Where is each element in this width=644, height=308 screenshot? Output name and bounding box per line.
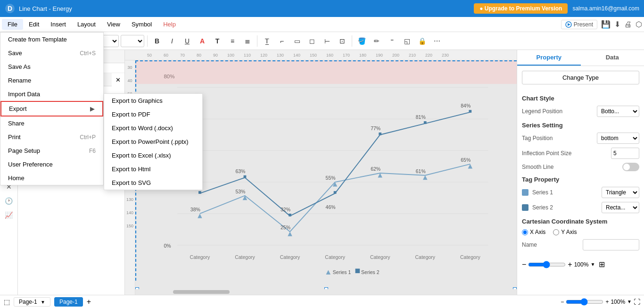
y-axis-radio[interactable]: Y Axis [553,229,577,235]
tag-property-title: Tag Property [522,176,639,183]
zoom-value-bar: 100% [611,299,625,305]
app-title: Line Chart - Energy [19,5,72,12]
highlight-area [135,60,517,84]
svg-marker-3 [568,23,570,26]
zoom-slider-bar[interactable] [566,298,603,306]
underline-btn[interactable]: U [181,34,194,48]
bold-btn[interactable]: B [150,34,164,48]
svg-text:84%: 84% [461,103,471,108]
smooth-line-toggle[interactable] [622,163,639,171]
app-logo: D [5,3,15,14]
fill-btn[interactable]: 🪣 [355,34,368,48]
export-excel[interactable]: Export to Excel (.xlsx) [104,149,202,162]
left-icon-history[interactable]: 🕐 [2,194,16,208]
inflection-size-input[interactable] [611,148,639,159]
page-tab-1-active[interactable]: Page-1 [54,297,83,307]
font-size-select[interactable] [121,35,144,47]
lock-btn[interactable]: 🔒 [415,34,429,48]
name-label: Name [522,241,537,248]
legend-position-row: Legend Position Botto... Top Left Right [522,106,639,117]
bottom-bar: ⬚ Page-1 ▼ Page-1 + − + 100% ▼ ⛶ [0,295,644,308]
file-menu-share[interactable]: Share [0,117,103,130]
connector-btn[interactable]: ⌐ [275,34,289,48]
tag-position-select[interactable]: bottom top center [597,133,639,144]
series2-shape-select[interactable]: Recta... Circle Triangle [602,202,639,213]
file-menu-print[interactable]: Print Ctrl+P [0,130,103,144]
menu-insert[interactable]: Insert [45,19,72,30]
italic-btn[interactable]: I [165,34,179,48]
x-axis-radio[interactable]: X Axis [522,229,545,235]
download-icon[interactable]: ⬇ [614,20,620,29]
present-btn[interactable]: Present [561,20,597,29]
zoom-dropdown[interactable]: ▼ [590,262,595,267]
more-btn[interactable]: ⋯ [430,34,444,48]
fit-btn[interactable]: ⊞ [599,260,605,269]
title-bar-right: ● Upgrade to Premium Version salma.amin1… [474,3,639,14]
zoom-plus-bar[interactable]: + [605,299,609,305]
series-setting-title: Series Setting [522,122,639,129]
menu-help[interactable]: Help [157,19,182,30]
export-pptx[interactable]: Export to PowerPoint (.pptx) [104,135,202,149]
zoom-plus[interactable]: + [568,260,572,269]
series1-shape-select[interactable]: Triangle Circle Square [602,187,639,198]
mask-btn[interactable]: ◱ [400,34,413,48]
file-menu-rename[interactable]: Rename [0,74,103,87]
export-html[interactable]: Export to Html [104,162,202,176]
file-menu-save-as[interactable]: Save As [0,60,103,74]
align-left-btn[interactable]: ≡ [226,34,239,48]
name-input[interactable] [583,239,639,250]
svg-rect-34 [198,191,201,194]
add-page-btn[interactable]: + [87,298,91,306]
tab-data[interactable]: Data [581,50,644,66]
menu-file[interactable]: File [2,19,23,30]
file-menu-export[interactable]: Export ▶ [0,101,103,117]
export-graphics[interactable]: Export to Graphics [104,94,202,108]
tab-property[interactable]: Property [517,50,581,66]
print-icon[interactable]: 🖨 [624,20,632,29]
legend-position-select[interactable]: Botto... Top Left Right [597,106,639,117]
change-type-button[interactable]: Change Type [522,71,639,84]
svg-marker-62 [326,270,331,275]
toggle-knob [623,164,630,170]
file-menu-import[interactable]: Import Data [0,87,103,101]
basic-shapes-close[interactable]: ✕ [112,75,124,85]
pen-btn[interactable]: ✏ [370,34,383,48]
export-word[interactable]: Export to Word (.docx) [104,121,202,135]
copy-style-btn[interactable]: ⊡ [336,34,349,48]
left-icon-linechart[interactable]: 📈 [2,208,16,222]
menu-layout[interactable]: Layout [72,19,101,30]
series1-label: Series 1 [532,189,598,196]
zoom-slider[interactable] [528,261,566,268]
menu-edit[interactable]: Edit [23,19,45,30]
align-justify-btn[interactable]: ≣ [241,34,254,48]
zoom-dropdown-bar[interactable]: ▼ [627,299,632,304]
zoom-row: − + 100% ▼ ⊞ [522,260,639,269]
save-icon[interactable]: 💾 [601,20,611,29]
file-menu-create-template[interactable]: Create from Template [0,33,103,46]
zoom-minus-bar[interactable]: − [561,299,564,305]
fullscreen-btn[interactable]: ⛶ [634,298,640,306]
font-color-btn[interactable]: A [196,34,209,48]
page-tab-dropdown[interactable]: ▼ [41,300,45,305]
file-menu-save[interactable]: Save Ctrl+S [0,46,103,60]
export-pdf[interactable]: Export to PDF [104,108,202,121]
zoom-minus[interactable]: − [522,260,526,269]
text-btn[interactable]: T [211,34,224,48]
line-style-btn[interactable]: ⁼ [385,34,398,48]
file-menu-user-pref[interactable]: User Preference [0,158,103,171]
export-svg[interactable]: Export to SVG [104,176,202,190]
shape-btn[interactable]: ◻ [305,34,319,48]
file-menu-page-setup[interactable]: Page Setup F6 [0,144,103,158]
text-frame-btn[interactable]: T̲ [260,34,273,48]
h-scrollbar[interactable] [135,289,517,295]
upgrade-button[interactable]: ● Upgrade to Premium Version [474,3,568,14]
align-btn[interactable]: ⊢ [321,34,334,48]
file-menu-home[interactable]: Home [0,171,103,185]
menu-symbol[interactable]: Symbol [126,19,157,30]
menu-view[interactable]: View [101,19,126,30]
svg-text:38%: 38% [190,207,200,212]
share-icon[interactable]: ⬡ [636,20,642,29]
rect-btn[interactable]: ▭ [290,34,304,48]
page-tab-1[interactable]: Page-1 ▼ [14,297,50,307]
h-scrollbar-thumb[interactable] [173,290,230,294]
